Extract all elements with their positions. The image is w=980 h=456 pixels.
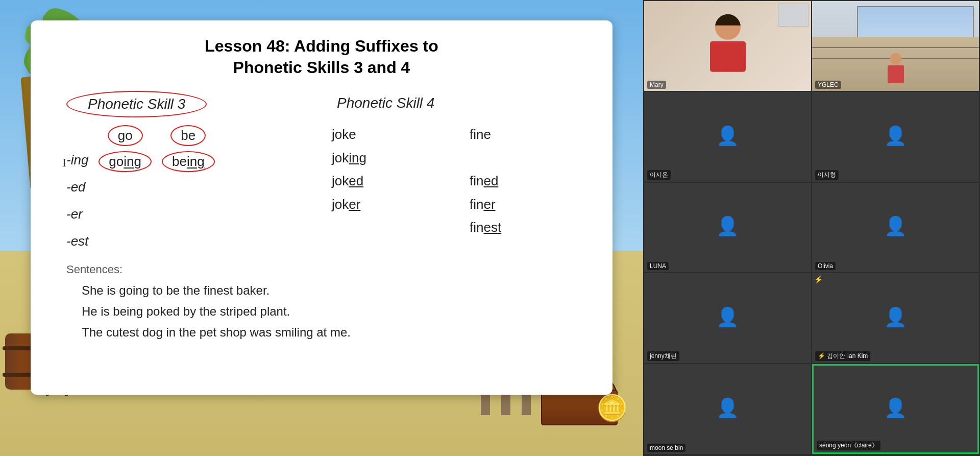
skill4-word-joking: joking	[332, 147, 439, 170]
main-content-area: ☠ 🪙 I Lesson 48: Adding Suffixes to Phon…	[0, 0, 643, 456]
person-silhouette-icon-4: 👤	[884, 215, 907, 237]
text-cursor: I	[62, 156, 66, 170]
person-silhouette-icon-2: 👤	[884, 125, 907, 147]
participant-name-luna: LUNA	[647, 262, 669, 270]
skill3-label-row: Phonetic Skill 3	[66, 91, 311, 117]
word-going-circled: going	[99, 151, 152, 172]
participant-tile-moonsebin[interactable]: 👤 moon se bin	[644, 364, 811, 454]
person-silhouette-icon: 👤	[716, 125, 739, 147]
participant-name-yglec: YGLEC	[815, 81, 841, 89]
skill3-words-columns: go going be being	[99, 125, 214, 172]
suffixes-column: -ing -ed -er -est	[66, 148, 88, 253]
suffix-est: -est	[66, 229, 88, 253]
participant-name-jenny: jenny채린	[647, 351, 679, 361]
participant-name-olivia: Olivia	[815, 262, 836, 270]
yglec-person	[888, 53, 904, 83]
skills-container: Phonetic Skill 3 -ing -ed -er -est go	[56, 91, 587, 253]
participant-tile-jenny[interactable]: 👤 jenny채린	[644, 273, 811, 363]
sentence-3: The cutest dog in the pet shop was smili…	[66, 322, 587, 343]
skill3-label: Phonetic Skill 3	[66, 91, 207, 117]
participant-name-iankim: ⚡ 김이안 Ian Kim	[815, 351, 870, 361]
skill4-section: Phonetic Skill 4 joke fine joking joked …	[311, 91, 577, 253]
suffix-er: -er	[66, 202, 88, 226]
skill4-word-fine: fine	[470, 123, 577, 147]
sentence-1: She is going to be the finest baker.	[66, 280, 587, 301]
participant-name-ision: 이시온	[647, 170, 671, 180]
word-be-circled: be	[170, 125, 206, 146]
skill3-section: Phonetic Skill 3 -ing -ed -er -est go	[66, 91, 311, 253]
participant-tile-isihyeong[interactable]: 👤 이시형	[812, 92, 979, 182]
skill4-word-finest: finest	[470, 216, 577, 239]
lesson-title-line2: Phonetic Skills 3 and 4	[233, 58, 410, 77]
participant-tile-luna[interactable]: 👤 LUNA	[644, 183, 811, 273]
person-silhouette-icon-3: 👤	[716, 215, 739, 237]
lesson-title: Lesson 48: Adding Suffixes to Phonetic S…	[56, 36, 587, 78]
participant-name-seongyeon: seong yeon《claire》	[817, 441, 880, 450]
sentences-label: Sentences:	[66, 263, 587, 276]
participant-name-moonsebin: moon se bin	[647, 444, 685, 452]
skill4-word-joked: joked	[332, 170, 439, 193]
skill4-word-joker: joker	[332, 193, 439, 217]
participants-sidebar: Mary YGLEC 👤 이시온 👤 이시형 👤 LUNA 👤 Olivia �	[643, 0, 980, 456]
be-column: be being	[162, 125, 215, 172]
participant-name-mary: Mary	[647, 81, 666, 89]
skill4-word-fine-blank	[470, 147, 577, 170]
word-go-circled: go	[108, 125, 143, 146]
skill3-content: -ing -ed -er -est go going	[66, 125, 311, 253]
participant-tile-ision[interactable]: 👤 이시온	[644, 92, 811, 182]
person-silhouette-icon-8: 👤	[884, 397, 907, 419]
word-being-circled: being	[162, 151, 215, 172]
skill4-label-row: Phonetic Skill 4	[332, 91, 577, 115]
participant-tile-seongyeon[interactable]: 👤 seong yeon《claire》	[812, 364, 979, 454]
participant-tile-olivia[interactable]: 👤 Olivia	[812, 183, 979, 273]
lightning-icon: ⚡	[814, 275, 823, 283]
sentence-2: He is being poked by the striped plant.	[66, 301, 587, 322]
participant-tile-yglec[interactable]: YGLEC	[812, 1, 979, 91]
go-column: go going	[99, 125, 152, 172]
sentences-section: Sentences: She is going to be the finest…	[56, 263, 587, 343]
person-silhouette-icon-6: 👤	[884, 306, 907, 328]
participant-name-isihyeong: 이시형	[815, 170, 839, 180]
skill4-word-fined: fined	[470, 170, 577, 193]
gold-coins-decoration: 🪙	[596, 393, 628, 423]
participant-tile-iamkim[interactable]: 👤 ⚡ ⚡ 김이안 Ian Kim	[812, 273, 979, 363]
skill4-word-joke: joke	[332, 123, 439, 147]
skill4-word-joker-blank	[332, 216, 439, 239]
suffix-ing: -ing	[66, 148, 88, 172]
skill4-word-finer: finer	[470, 193, 577, 217]
lesson-card: I Lesson 48: Adding Suffixes to Phonetic…	[31, 20, 612, 395]
skill4-words-grid: joke fine joking joked fined joker finer…	[332, 123, 577, 239]
person-silhouette-icon-7: 👤	[716, 397, 739, 419]
participant-tile-mary[interactable]: Mary	[644, 1, 811, 91]
lesson-title-line1: Lesson 48: Adding Suffixes to	[205, 37, 438, 55]
suffix-ed: -ed	[66, 175, 88, 199]
skill4-label: Phonetic Skill 4	[332, 91, 439, 115]
person-silhouette-icon-5: 👤	[716, 306, 739, 328]
